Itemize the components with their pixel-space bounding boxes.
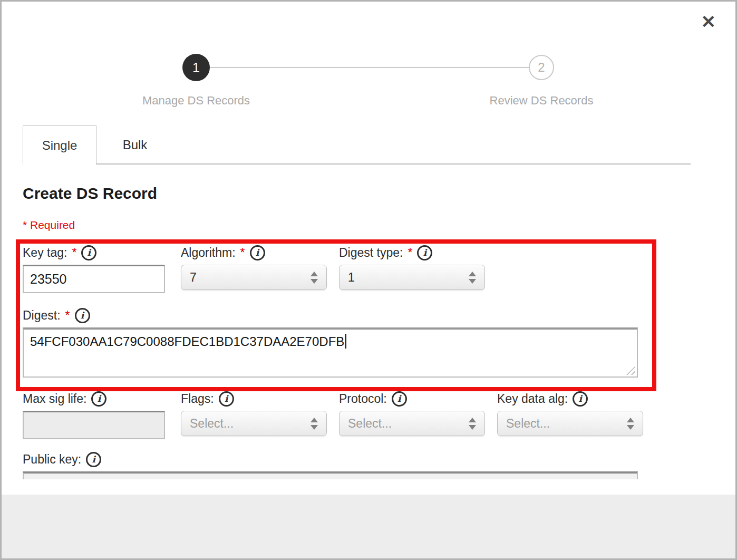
info-icon[interactable]: i: [219, 391, 234, 407]
page-title: Create DS Record: [23, 185, 157, 202]
info-icon[interactable]: i: [417, 245, 432, 260]
flags-label: Flags:: [181, 392, 214, 406]
info-icon[interactable]: i: [75, 308, 90, 323]
digest-type-select[interactable]: 1: [339, 265, 485, 290]
step-2-label: Review DS Records: [428, 94, 655, 108]
key-tag-field: Key tag: * i: [23, 245, 165, 293]
stepper-connector: [210, 67, 530, 68]
algorithm-select-value: 7: [190, 271, 197, 285]
step-1-indicator: 1: [182, 54, 210, 81]
key-tag-input[interactable]: [23, 265, 165, 293]
required-asterisk: *: [72, 246, 76, 260]
max-sig-life-input[interactable]: [23, 411, 165, 439]
digest-field: Digest: * i 54FCF030AA1C79C0088FDEC1BD1C…: [23, 307, 638, 378]
step-2-indicator: 2: [529, 55, 554, 80]
algorithm-field: Algorithm: * i 7: [181, 245, 327, 290]
info-icon[interactable]: i: [573, 391, 588, 407]
select-arrows-icon: [469, 418, 476, 430]
required-note: * Required: [23, 219, 75, 231]
footer: Cancel Back Next: [0, 495, 737, 560]
algorithm-label: Algorithm:: [181, 246, 236, 260]
tab-bulk[interactable]: Bulk: [96, 125, 173, 165]
digest-textarea[interactable]: 54FCF030AA1C79C0088FDEC1BD1C37DAA2E70DFB: [23, 327, 638, 378]
tab-single[interactable]: Single: [23, 125, 96, 165]
close-icon[interactable]: ✕: [701, 13, 716, 31]
resize-handle-icon[interactable]: [626, 366, 635, 375]
select-arrows-icon: [627, 418, 634, 430]
required-asterisk: *: [408, 246, 412, 260]
max-sig-life-field: Max sig life: i: [23, 391, 165, 439]
public-key-field: Public key: i: [23, 451, 638, 479]
max-sig-life-label: Max sig life:: [23, 392, 86, 406]
key-data-alg-field: Key data alg: i Select...: [497, 391, 643, 436]
select-arrows-icon: [311, 272, 318, 284]
flags-select-value: Select...: [190, 417, 234, 431]
info-icon[interactable]: i: [250, 245, 265, 260]
select-arrows-icon: [469, 272, 476, 284]
step-1-label: Manage DS Records: [83, 94, 309, 108]
flags-field: Flags: i Select...: [181, 391, 327, 436]
public-key-textarea[interactable]: [23, 471, 638, 479]
digest-type-field: Digest type: * i 1: [339, 245, 485, 290]
required-asterisk: *: [240, 246, 245, 260]
algorithm-select[interactable]: 7: [181, 265, 327, 290]
select-arrows-icon: [311, 418, 318, 430]
required-asterisk: *: [65, 308, 70, 323]
digest-value: 54FCF030AA1C79C0088FDEC1BD1C37DAA2E70DFB: [30, 334, 344, 349]
digest-type-label: Digest type:: [339, 246, 403, 260]
protocol-select-value: Select...: [348, 417, 392, 431]
key-tag-label: Key tag:: [23, 246, 67, 260]
flags-select[interactable]: Select...: [181, 411, 327, 436]
protocol-label: Protocol:: [339, 392, 387, 406]
public-key-label: Public key:: [23, 452, 81, 467]
protocol-select[interactable]: Select...: [339, 411, 485, 436]
info-icon[interactable]: i: [81, 245, 96, 260]
protocol-field: Protocol: i Select...: [339, 391, 485, 436]
digest-label: Digest:: [23, 308, 61, 323]
info-icon[interactable]: i: [392, 391, 407, 407]
key-data-alg-label: Key data alg:: [497, 392, 568, 406]
info-icon[interactable]: i: [91, 391, 106, 407]
text-caret: [345, 334, 346, 349]
info-icon[interactable]: i: [86, 452, 101, 467]
digest-type-select-value: 1: [348, 271, 355, 285]
create-ds-record-modal: { "colors": { "accent_green": "#58a20a",…: [0, 0, 737, 560]
key-data-alg-select[interactable]: Select...: [497, 411, 643, 436]
key-data-alg-select-value: Select...: [506, 417, 550, 431]
